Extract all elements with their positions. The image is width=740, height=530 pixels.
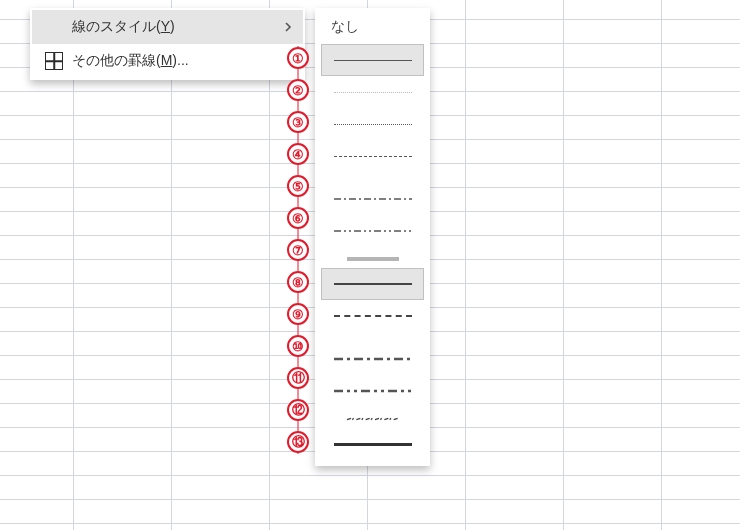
line-sample-med-dash [334,315,412,317]
flyout-title-none[interactable]: なし [317,14,428,44]
callout-badge-4: ④ [287,143,309,165]
callout-badge-7: ⑦ [287,239,309,261]
callout-badge-11: ⑪ [287,367,309,389]
line-style-option-hair[interactable] [321,76,424,108]
menu-label-more-borders: その他の罫線(M)... [68,52,295,70]
menu-item-more-borders[interactable]: その他の罫線(M)... [32,44,303,78]
line-sample-hair [334,92,412,93]
line-style-option-dash[interactable] [321,140,424,172]
callout-badge-1: ① [287,47,309,69]
line-sample-thin-solid [334,60,412,61]
callout-badge-5: ⑤ [287,175,309,197]
callout-badge-3: ③ [287,111,309,133]
line-style-option-med-dash-dot[interactable] [321,332,424,364]
line-style-option-dash-dot[interactable] [321,172,424,204]
line-style-option-dot[interactable] [321,108,424,140]
line-style-option-dash-dot-dot[interactable] [321,204,424,236]
menu-item-line-style[interactable]: 線のスタイル(Y) [32,10,303,44]
callout-badge-13: ⑬ [287,431,309,453]
line-style-option-med-dash-dot-dot[interactable] [321,364,424,396]
line-style-option-thin-solid[interactable] [321,44,424,76]
line-sample-double [334,248,412,256]
line-style-option-med-dash[interactable] [321,300,424,332]
line-sample-med-solid [334,283,412,285]
line-sample-dot [334,124,412,125]
callout-badge-10: ⑩ [287,335,309,357]
borders-icon [40,52,68,70]
line-sample-dash [334,156,412,157]
callout-badge-8: ⑧ [287,271,309,293]
callout-badge-12: ⑫ [287,399,309,421]
line-style-flyout: なし [315,8,430,466]
chevron-right-icon [281,19,295,35]
callout-badge-9: ⑨ [287,303,309,325]
callout-badge-6: ⑥ [287,207,309,229]
line-style-option-thick-solid[interactable] [321,428,424,460]
context-menu: 線のスタイル(Y) その他の罫線(M)... [30,8,305,80]
line-style-option-double[interactable] [321,236,424,268]
line-sample-slant-dash-dot [334,408,412,416]
line-style-option-slant-dash-dot[interactable] [321,396,424,428]
line-style-option-med-solid[interactable] [321,268,424,300]
line-sample-thick-solid [334,443,412,446]
callout-badge-2: ② [287,79,309,101]
menu-label-line-style: 線のスタイル(Y) [68,18,281,36]
